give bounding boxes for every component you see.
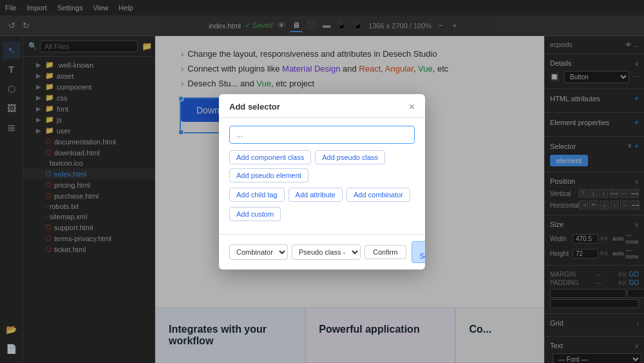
add-selector-modal: Add selector × Add component class Add p… <box>219 94 425 270</box>
modal-body: Add component class Add pseudo class Add… <box>219 118 425 234</box>
add-custom-btn[interactable]: Add custom <box>229 207 281 221</box>
add-selector-btn[interactable]: Add Selector <box>412 241 425 263</box>
add-combinator-btn[interactable]: Add combinator <box>346 188 410 202</box>
modal-footer-left: Combinator descendant child adjacent sib… <box>229 244 406 260</box>
confirm-btn[interactable]: Confirm <box>365 245 406 259</box>
modal-overlay[interactable]: Add selector × Add component class Add p… <box>0 0 644 363</box>
add-component-class-btn[interactable]: Add component class <box>229 150 311 164</box>
combinator-select[interactable]: Combinator descendant child adjacent sib… <box>229 244 288 260</box>
modal-footer: Combinator descendant child adjacent sib… <box>219 234 425 270</box>
pseudo-class-select[interactable]: Pseudo class - hover focus active visite… <box>292 244 361 260</box>
modal-header: Add selector × <box>219 94 425 118</box>
add-pseudo-element-btn[interactable]: Add pseudo element <box>229 168 308 182</box>
modal-btn-row-2: Add child tag Add attribute Add combinat… <box>229 188 415 202</box>
add-child-tag-btn[interactable]: Add child tag <box>229 188 285 202</box>
add-attribute-btn[interactable]: Add attribute <box>289 188 343 202</box>
modal-close-btn[interactable]: × <box>409 102 415 112</box>
selector-input[interactable] <box>229 126 415 144</box>
modal-title: Add selector <box>229 102 280 112</box>
modal-btn-row-3: Add custom <box>229 207 415 221</box>
modal-btn-row-1: Add component class Add pseudo class Add… <box>229 150 415 182</box>
add-pseudo-class-btn[interactable]: Add pseudo class <box>315 150 385 164</box>
modal-footer-right: Add Selector Cancel <box>412 241 425 263</box>
